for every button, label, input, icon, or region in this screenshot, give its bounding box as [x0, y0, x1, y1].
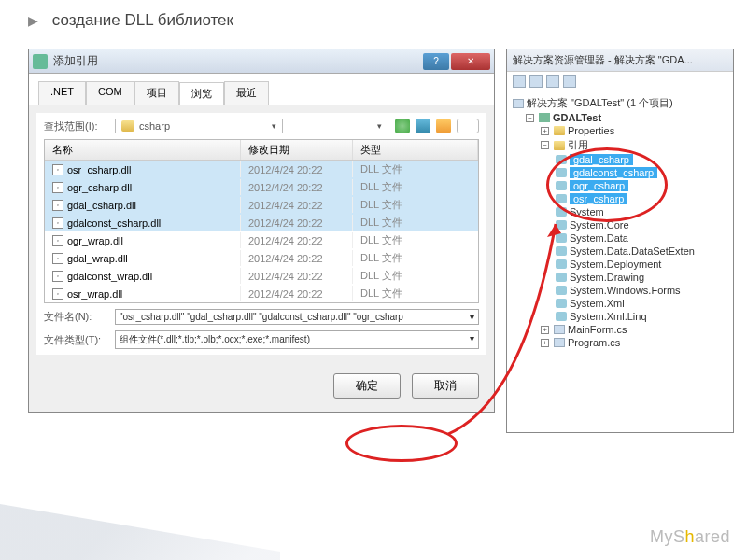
- project-icon: [539, 113, 550, 122]
- slide-title-text: создание DLL библиотек: [52, 11, 233, 29]
- finder-toolbar: [395, 119, 479, 133]
- reference-node[interactable]: System.Xml: [511, 297, 729, 310]
- dll-icon: ◦: [52, 217, 63, 229]
- folder-icon: [554, 126, 565, 135]
- panel-title: 解决方案资源管理器 - 解决方案 "GDA...: [507, 49, 733, 72]
- tab-3[interactable]: 浏览: [179, 82, 224, 105]
- dialog-title: 添加引用: [53, 53, 421, 69]
- file-node[interactable]: +MainForm.cs: [511, 323, 729, 336]
- folder-name: csharp: [139, 120, 170, 132]
- ok-button[interactable]: 确定: [333, 373, 401, 399]
- toolbar-icon[interactable]: [563, 75, 576, 88]
- reference-icon: [556, 259, 567, 269]
- column-name[interactable]: 名称: [45, 140, 241, 160]
- project-node[interactable]: − GDALTest: [511, 111, 729, 124]
- file-row[interactable]: ◦gdal_csharp.dll2012/4/24 20:22DLL 文件: [45, 196, 478, 214]
- folder-icon: [554, 141, 565, 150]
- help-button[interactable]: ?: [423, 53, 449, 70]
- reference-icon: [556, 194, 567, 203]
- dialog-icon: [33, 54, 48, 69]
- dll-icon: ◦: [52, 288, 63, 300]
- reference-icon: [556, 181, 567, 190]
- file-row[interactable]: ◦osr_wrap.dll2012/4/24 20:22DLL 文件: [45, 285, 478, 302]
- reference-icon: [556, 273, 567, 282]
- file-row[interactable]: ◦gdalconst_csharp.dll2012/4/24 20:22DLL …: [45, 214, 478, 231]
- chevron-down-icon[interactable]: ▾: [470, 312, 474, 322]
- dll-icon: ◦: [52, 235, 63, 246]
- folder-combo[interactable]: csharp ▾: [115, 119, 283, 133]
- file-node[interactable]: +Program.cs: [511, 336, 729, 349]
- column-date[interactable]: 修改日期: [241, 140, 353, 160]
- chevron-down-icon[interactable]: ▾: [377, 121, 382, 131]
- filename-input[interactable]: "osr_csharp.dll" "gdal_csharp.dll" "gdal…: [115, 309, 479, 325]
- column-type[interactable]: 类型: [353, 140, 478, 160]
- filetype-value: 组件文件(*.dll;*.tlb;*.olb;*.ocx;*.exe;*.man…: [120, 333, 310, 346]
- expand-icon[interactable]: +: [541, 127, 549, 135]
- reference-node[interactable]: System.Core: [511, 218, 729, 231]
- close-button[interactable]: ✕: [451, 53, 490, 70]
- csharp-file-icon: [554, 338, 565, 347]
- reference-node[interactable]: gdal_csharp: [511, 153, 729, 166]
- reference-icon: [556, 286, 567, 295]
- solution-node[interactable]: 解决方案 "GDALTest" (1 个项目): [511, 95, 729, 111]
- dll-icon: ◦: [52, 200, 63, 211]
- reference-node[interactable]: System.Data: [511, 231, 729, 245]
- dialog-titlebar[interactable]: 添加引用 ? ✕: [29, 49, 494, 74]
- reference-node[interactable]: System.Data.DataSetExten: [511, 245, 729, 258]
- file-row[interactable]: ◦gdalconst_wrap.dll2012/4/24 20:22DLL 文件: [45, 267, 478, 285]
- chevron-down-icon: ▾: [272, 121, 276, 131]
- collapse-icon[interactable]: −: [526, 114, 534, 122]
- file-row[interactable]: ◦osr_csharp.dll2012/4/24 20:22DLL 文件: [45, 161, 478, 178]
- dll-icon: ◦: [52, 271, 63, 282]
- cancel-button[interactable]: 取消: [412, 373, 479, 399]
- reference-node[interactable]: gdalconst_csharp: [511, 166, 729, 179]
- solution-explorer: 解决方案资源管理器 - 解决方案 "GDA... 解决方案 "GDALTest"…: [506, 49, 734, 433]
- decorative-wedge: [0, 504, 280, 560]
- file-finder: 查找范围(I): csharp ▾ ▾ 名称 修改日期 类型 ◦osr_csha…: [36, 113, 486, 355]
- tab-2[interactable]: 项目: [134, 81, 179, 105]
- reference-node[interactable]: System.Drawing: [511, 271, 729, 284]
- tab-4[interactable]: 最近: [224, 81, 269, 105]
- toolbar-icon[interactable]: [513, 75, 526, 88]
- reference-icon: [556, 312, 567, 321]
- chevron-down-icon[interactable]: ▾: [470, 333, 474, 346]
- horizontal-scrollbar[interactable]: [45, 302, 478, 303]
- filetype-select[interactable]: 组件文件(*.dll;*.tlb;*.olb;*.ocx;*.exe;*.man…: [115, 330, 479, 349]
- up-icon[interactable]: [416, 119, 430, 133]
- search-label: 查找范围(I):: [44, 119, 109, 133]
- annotation-circle-icon: [345, 425, 458, 462]
- reference-icon: [556, 246, 567, 256]
- new-folder-icon[interactable]: [436, 119, 451, 133]
- reference-icon: [556, 220, 567, 230]
- add-reference-dialog: 添加引用 ? ✕ .NETCOM项目浏览最近 查找范围(I): csharp ▾…: [28, 49, 495, 413]
- dll-icon: ◦: [52, 164, 63, 175]
- expand-icon[interactable]: +: [541, 339, 549, 347]
- dll-icon: ◦: [52, 182, 63, 193]
- dialog-buttons: 确定 取消: [29, 362, 494, 412]
- tab-0[interactable]: .NET: [38, 81, 86, 105]
- toolbar-icon[interactable]: [529, 75, 543, 88]
- reference-node[interactable]: System: [511, 205, 729, 218]
- back-icon[interactable]: [395, 119, 410, 133]
- file-row[interactable]: ◦ogr_csharp.dll2012/4/24 20:22DLL 文件: [45, 178, 478, 196]
- collapse-icon[interactable]: −: [541, 141, 549, 149]
- file-list[interactable]: 名称 修改日期 类型 ◦osr_csharp.dll2012/4/24 20:2…: [44, 139, 479, 303]
- folder-icon: [121, 120, 134, 132]
- column-headers[interactable]: 名称 修改日期 类型: [45, 140, 478, 161]
- view-mode-icon[interactable]: [457, 119, 479, 133]
- reference-node[interactable]: System.Windows.Forms: [511, 284, 729, 297]
- references-node[interactable]: − 引用: [511, 137, 729, 153]
- reference-node[interactable]: ogr_csharp: [511, 179, 729, 192]
- reference-node[interactable]: System.Deployment: [511, 258, 729, 271]
- file-row[interactable]: ◦gdal_wrap.dll2012/4/24 20:22DLL 文件: [45, 249, 478, 267]
- properties-node[interactable]: + Properties: [511, 124, 729, 137]
- toolbar-icon[interactable]: [546, 75, 559, 88]
- file-row[interactable]: ◦ogr_wrap.dll2012/4/24 20:22DLL 文件: [45, 231, 478, 249]
- reference-icon: [556, 233, 567, 243]
- reference-node[interactable]: osr_csharp: [511, 192, 729, 205]
- expand-icon[interactable]: +: [541, 326, 549, 334]
- reference-node[interactable]: System.Xml.Linq: [511, 310, 729, 323]
- tab-1[interactable]: COM: [86, 81, 134, 105]
- slide-title: ▶ создание DLL библиотек: [28, 11, 233, 30]
- solution-tree[interactable]: 解决方案 "GDALTest" (1 个项目) − GDALTest + Pro…: [507, 91, 733, 353]
